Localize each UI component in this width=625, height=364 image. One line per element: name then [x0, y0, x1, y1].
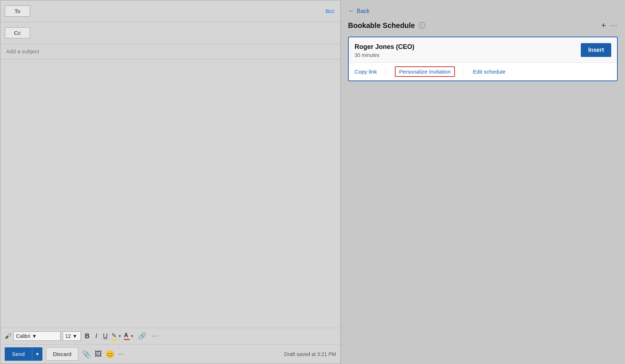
send-dropdown-button[interactable]: ▼	[32, 348, 42, 360]
font-size-selector[interactable]: 12 ▼	[63, 331, 81, 341]
add-schedule-button[interactable]: +	[601, 21, 606, 30]
edit-schedule-button[interactable]: Edit schedule	[473, 69, 505, 75]
more-format-button[interactable]: ···	[150, 332, 161, 340]
font-size-value: 12	[65, 333, 71, 339]
back-arrow-icon: ←	[348, 7, 355, 15]
schedule-panel: ← Back Bookable Schedule i + ··· Roger J…	[341, 0, 625, 364]
draft-status: Draft saved at 3:21 PM	[284, 351, 336, 357]
send-button-group: Send ▼	[5, 347, 42, 361]
to-button[interactable]: To	[5, 5, 30, 17]
italic-button[interactable]: I	[94, 331, 99, 341]
schedule-card: Roger Jones (CEO) 30 minutes Insert Copy…	[348, 37, 618, 81]
format-toolbar: 🖌 Calibri ▼ 12 ▼ B I U ✎ ▼ A	[0, 328, 340, 344]
font-color-chevron-icon: ▼	[130, 334, 134, 338]
contact-name: Roger Jones (CEO)	[355, 43, 414, 51]
font-family-selector[interactable]: Calibri ▼	[13, 331, 61, 341]
subject-row	[0, 44, 340, 59]
panel-actions: + ···	[601, 21, 618, 30]
font-family-chevron-icon: ▼	[32, 333, 37, 339]
insert-button[interactable]: Insert	[581, 43, 611, 57]
highlight-icon: ✎	[112, 332, 117, 340]
more-schedule-button[interactable]: ···	[610, 22, 618, 29]
font-color-bar	[124, 339, 130, 340]
bold-button[interactable]: B	[83, 331, 91, 341]
image-icon[interactable]: 🖼	[95, 350, 102, 358]
font-color-button[interactable]: A ▼	[124, 332, 134, 340]
action-divider-2	[464, 68, 464, 75]
card-top: Roger Jones (CEO) 30 minutes Insert	[349, 37, 617, 62]
cc-button[interactable]: Cc	[5, 27, 30, 38]
panel-header: Bookable Schedule i + ···	[348, 21, 618, 30]
to-input[interactable]	[30, 8, 326, 14]
email-compose-panel: To Bcc Cc 🖌 Calibri ▼ 12 ▼ B	[0, 0, 341, 364]
card-contact-info: Roger Jones (CEO) 30 minutes	[355, 43, 414, 58]
discard-button[interactable]: Discard	[46, 347, 78, 361]
bcc-link[interactable]: Bcc	[326, 8, 335, 14]
copy-link-button[interactable]: Copy link	[355, 69, 377, 75]
email-body[interactable]	[0, 59, 340, 328]
info-icon[interactable]: i	[419, 22, 425, 29]
more-bottom-button[interactable]: ···	[118, 350, 124, 358]
action-divider	[386, 68, 386, 75]
font-family-value: Calibri	[16, 333, 30, 339]
send-button[interactable]: Send	[5, 347, 32, 361]
duration: 30 minutes	[355, 52, 414, 58]
panel-title: Bookable Schedule	[348, 21, 415, 30]
personalize-invitation-button[interactable]: Personalize Invitation	[395, 66, 455, 77]
font-size-chevron-icon: ▼	[73, 333, 78, 339]
attachment-icon[interactable]: 📎	[82, 350, 91, 359]
to-row: To Bcc	[0, 0, 340, 22]
subject-input[interactable]	[6, 48, 335, 54]
font-color-icon: A	[124, 332, 130, 340]
cc-input[interactable]	[30, 30, 336, 36]
highlight-chevron-icon: ▼	[118, 334, 122, 338]
card-actions: Copy link Personalize Invitation Edit sc…	[349, 62, 617, 80]
format-painter-icon[interactable]: 🖌	[5, 332, 11, 340]
cc-row: Cc	[0, 22, 340, 44]
back-label: Back	[357, 8, 370, 15]
emoji-icon[interactable]: 😊	[105, 350, 115, 359]
back-link[interactable]: ← Back	[348, 7, 370, 15]
highlight-button[interactable]: ✎ ▼	[112, 332, 122, 340]
underline-button[interactable]: U	[101, 331, 109, 341]
bottom-bar: Send ▼ Discard 📎 🖼 😊 ··· Draft saved at …	[0, 344, 340, 364]
link-button[interactable]: 🔗	[136, 331, 148, 341]
highlight-color-bar	[112, 339, 117, 340]
email-header: To Bcc Cc	[0, 0, 340, 59]
